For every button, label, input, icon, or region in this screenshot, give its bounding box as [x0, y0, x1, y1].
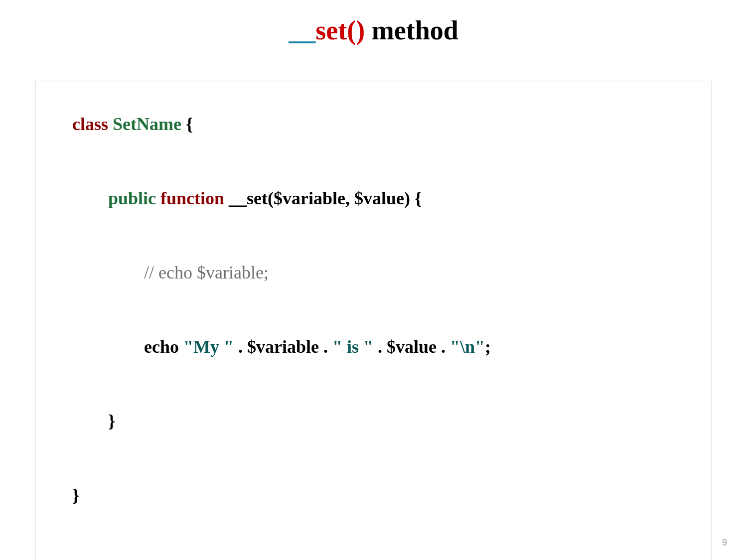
code-line-6: } — [45, 458, 702, 533]
code-line-1: class SetName { — [45, 87, 702, 161]
semicolon: ; — [485, 337, 491, 357]
page-number: 9 — [722, 538, 727, 548]
code-line-2: public function __set($variable, $value)… — [45, 161, 702, 236]
brace-open: { — [186, 114, 193, 134]
slide: __set() method class SetName { public fu… — [0, 0, 747, 560]
title-rest: method — [365, 15, 458, 45]
code-line-5: } — [45, 384, 702, 458]
string-my: "My " — [183, 337, 234, 357]
code-blank — [45, 533, 702, 558]
code-line-4: echo "My " . $variable . " is " . $value… — [45, 310, 702, 384]
string-is: " is " — [332, 337, 373, 357]
function-signature: __set($variable, $value) { — [229, 188, 422, 208]
slide-title: __set() method — [0, 0, 747, 46]
keyword-public: public — [108, 188, 160, 208]
code-box: class SetName { public function __set($v… — [35, 81, 712, 560]
concat-var1: . $variable . — [234, 337, 332, 357]
class-name: SetName — [113, 114, 186, 134]
code-line-3: // echo $variable; — [45, 236, 702, 310]
brace-close-outer: } — [72, 485, 79, 505]
keyword-echo: echo — [144, 337, 183, 357]
brace-close-inner: } — [108, 411, 115, 431]
code-line-7: $obj = new SetName (); — [45, 558, 702, 560]
keyword-class: class — [72, 114, 113, 134]
concat-var2: . $value . — [373, 337, 450, 357]
title-set: set() — [315, 15, 365, 45]
title-underscore: __ — [289, 15, 315, 45]
keyword-function: function — [160, 188, 229, 208]
string-nl: "\n" — [450, 337, 485, 357]
code-comment: // echo $variable; — [144, 263, 269, 282]
